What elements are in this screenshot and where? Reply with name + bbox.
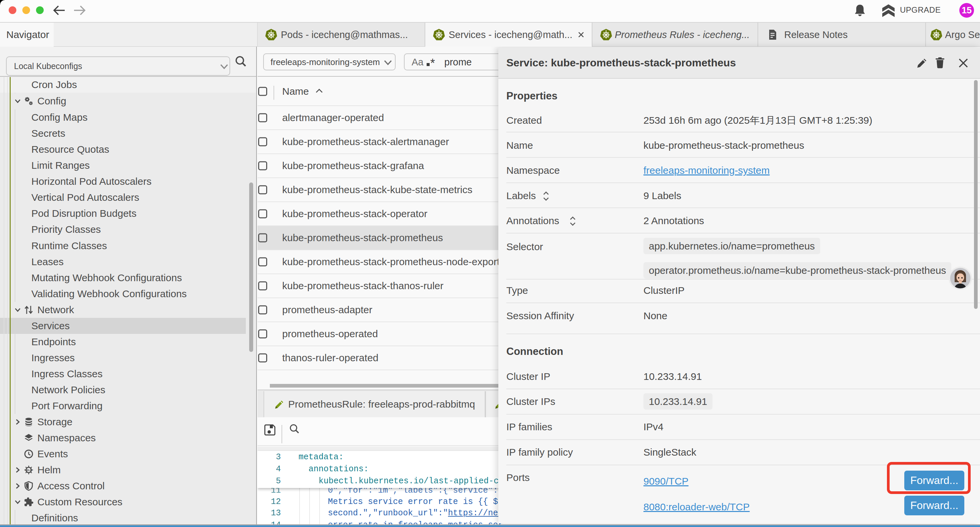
svg-text:*: * bbox=[430, 57, 435, 69]
svg-text:HELM: HELM bbox=[25, 469, 32, 471]
